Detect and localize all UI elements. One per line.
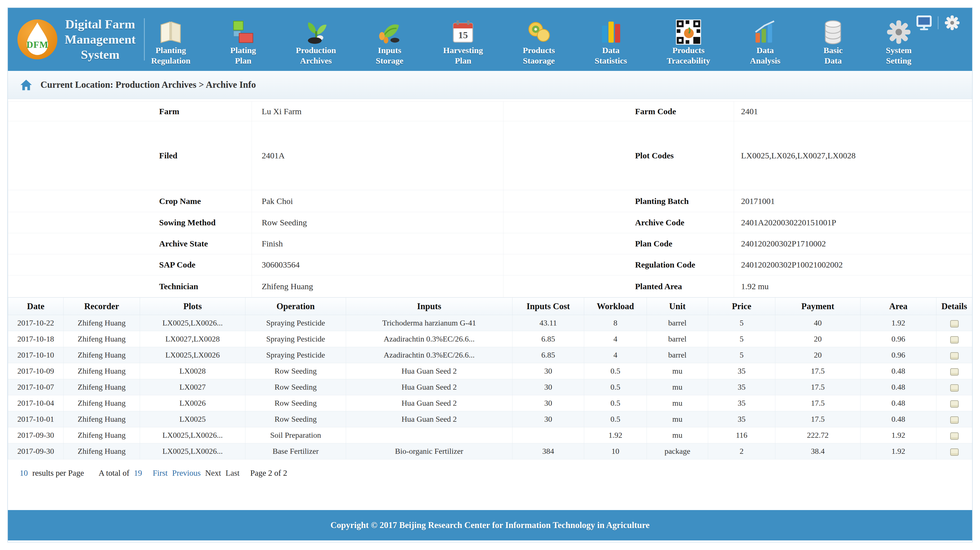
details-icon[interactable]	[950, 320, 959, 327]
info-label: Archive State	[8, 233, 252, 254]
cell-unit: mu	[647, 379, 708, 395]
info-value: Row Seeding	[252, 212, 503, 233]
cell-inputs	[346, 427, 512, 443]
info-label: Plot Codes	[503, 121, 734, 190]
nav-item-system-setting[interactable]: SystemSetting	[886, 18, 912, 66]
info-value: 2401A2020030220151001P	[734, 212, 972, 233]
nav-item-data-statistics[interactable]: DataStatistics	[595, 18, 627, 66]
nav-item-basic-data[interactable]: BasicData	[820, 18, 846, 66]
nav-item-planting-regulation[interactable]: PlantingRegulation	[151, 18, 190, 66]
brand: DFM Digital Farm Management System	[8, 17, 147, 62]
details-icon[interactable]	[950, 336, 959, 343]
gear-icon	[886, 18, 912, 45]
nav-item-products-staorage[interactable]: ProductsStaorage	[523, 18, 555, 66]
home-icon[interactable]	[20, 78, 33, 91]
svg-text:15: 15	[458, 30, 468, 40]
cell-operation: Row Seeding	[245, 363, 346, 379]
cell-price: 5	[708, 331, 775, 347]
column-header-recorder: Recorder	[64, 298, 140, 315]
details-icon[interactable]	[950, 416, 959, 424]
nav-item-production-archives[interactable]: ProductionArchives	[296, 18, 336, 66]
cell-unit: mu	[647, 411, 708, 427]
cell-date: 2017-09-30	[8, 443, 64, 459]
column-header-operation: Operation	[245, 298, 346, 315]
cell-details	[936, 363, 972, 379]
cell-inputs-cost: 30	[512, 411, 584, 427]
nav-item-data-analysis[interactable]: DataAnalysis	[750, 18, 780, 66]
cell-plots: LX0025	[140, 411, 245, 427]
details-icon[interactable]	[950, 384, 959, 392]
cell-workload: 0.5	[584, 411, 647, 427]
cell-operation: Row Seeding	[245, 395, 346, 411]
cell-inputs-cost: 384	[512, 443, 584, 459]
cell-plots: LX0027,LX0028	[140, 331, 245, 347]
info-label: Regulation Code	[503, 254, 734, 276]
total-count: 19	[134, 469, 142, 478]
cell-inputs: Hua Guan Seed 2	[346, 379, 512, 395]
previous-page-link[interactable]: Previous	[172, 469, 201, 478]
info-label: Farm	[8, 102, 252, 121]
cell-plots: LX0025,LX0026	[140, 347, 245, 363]
details-icon[interactable]	[950, 432, 959, 440]
cell-unit: mu	[647, 363, 708, 379]
cell-payment: 222.72	[775, 427, 861, 443]
cell-date: 2017-10-22	[8, 315, 64, 331]
cell-details	[936, 315, 972, 331]
first-page-link[interactable]: First	[153, 469, 167, 478]
cell-area: 0.96	[861, 331, 936, 347]
cell-area: 1.92	[861, 443, 936, 459]
cell-area: 1.92	[861, 315, 936, 331]
cell-recorder: Zhifeng Huang	[64, 443, 140, 459]
cell-recorder: Zhifeng Huang	[64, 331, 140, 347]
column-header-plots: Plots	[140, 298, 245, 315]
cell-price: 35	[708, 411, 775, 427]
book-icon	[158, 18, 184, 45]
cell-unit: mu	[647, 395, 708, 411]
app-logo: DFM	[18, 19, 57, 59]
info-row: Filed 2401A Plot Codes LX0025,LX026,LX00…	[8, 121, 972, 190]
cell-recorder: Zhifeng Huang	[64, 347, 140, 363]
next-page-link[interactable]: Next	[205, 469, 221, 478]
info-value: 2401	[734, 102, 972, 121]
spacer	[8, 486, 972, 510]
nav-item-products-traceability[interactable]: ProductsTraceability	[667, 18, 710, 66]
monitor-icon[interactable]	[915, 14, 933, 32]
cell-details	[936, 331, 972, 347]
cell-details	[936, 443, 972, 459]
last-page-link[interactable]: Last	[226, 469, 240, 478]
blocks-icon	[230, 18, 256, 45]
main-nav: PlantingRegulation PlatingPlan	[147, 13, 972, 66]
cell-details	[936, 411, 972, 427]
cell-unit: barrel	[647, 315, 708, 331]
settings-gear-icon[interactable]	[943, 14, 961, 32]
cell-price: 35	[708, 395, 775, 411]
table-row: 2017-10-18 Zhifeng Huang LX0027,LX0028 S…	[8, 331, 972, 347]
nav-item-harvesting-plan[interactable]: 15 HarvestingPlan	[443, 18, 483, 66]
calendar-icon: 15	[450, 18, 476, 45]
details-icon[interactable]	[950, 448, 959, 456]
table-row: 2017-09-30 Zhifeng Huang LX0025,LX0026..…	[8, 443, 972, 459]
cell-operation: Spraying Pesticide	[245, 347, 346, 363]
cell-operation: Spraying Pesticide	[245, 331, 346, 347]
table-header-row: Date Recorder Plots Operation Inputs Inp…	[8, 298, 972, 315]
nav-item-plating-plan[interactable]: PlatingPlan	[230, 18, 256, 66]
cell-price: 2	[708, 443, 775, 459]
cell-date: 2017-10-18	[8, 331, 64, 347]
cell-operation: Row Seeding	[245, 379, 346, 395]
cell-inputs-cost: 6.85	[512, 347, 584, 363]
details-icon[interactable]	[950, 368, 959, 376]
table-row: 2017-10-10 Zhifeng Huang LX0025,LX0026 S…	[8, 347, 972, 363]
per-page-count: 10	[20, 469, 28, 478]
details-icon[interactable]	[950, 352, 959, 360]
details-icon[interactable]	[950, 400, 959, 408]
info-value: 2401A	[252, 121, 503, 190]
brand-divider	[144, 18, 145, 61]
cell-payment: 40	[775, 315, 861, 331]
cell-operation: Soil Preparation	[245, 427, 346, 443]
column-header-inputs: Inputs	[346, 298, 512, 315]
cell-payment: 17.5	[775, 363, 861, 379]
nav-item-inputs-storage[interactable]: InputsStorage	[376, 18, 403, 66]
info-label: Planted Area	[503, 276, 734, 297]
cell-inputs: Trichoderma harzianum G-41	[346, 315, 512, 331]
cell-recorder: Zhifeng Huang	[64, 411, 140, 427]
